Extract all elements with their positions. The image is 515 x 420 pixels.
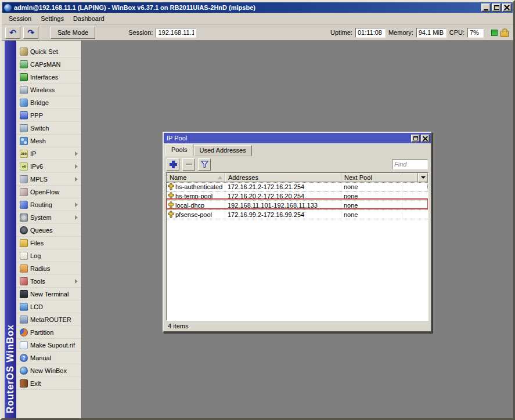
terminal-icon (20, 290, 28, 298)
chevron-down-icon (421, 176, 426, 179)
ip-pool-title: IP Pool (167, 135, 410, 142)
sidebar-item-label: OpenFlow (30, 189, 79, 195)
column-select-button[interactable] (418, 173, 428, 182)
ip-pool-maximize-button[interactable] (411, 135, 420, 142)
sidebar-item-system[interactable]: System (16, 211, 81, 224)
item-count-status: 4 items (164, 321, 431, 331)
sort-ascending-icon (218, 176, 222, 179)
column-header-addresses[interactable]: Addresses (225, 173, 341, 182)
chevron-right-icon (75, 279, 78, 284)
sidebar-item-routing[interactable]: Routing (16, 198, 81, 211)
pool-addresses: 172.16.21.2-172.16.21.254 (225, 182, 341, 191)
exit-door-icon (20, 379, 28, 388)
filter-button[interactable] (198, 158, 211, 171)
sidebar-item-label: Queues (30, 227, 79, 234)
quick-set-icon (20, 48, 28, 56)
cpu-label: CPU: (449, 29, 464, 36)
sidebar-item-bridge[interactable]: Bridge (16, 96, 81, 109)
sidebar-item-new-terminal[interactable]: New Terminal (16, 288, 81, 300)
menubar: Session Settings Dashboard (2, 13, 513, 25)
sidebar-item-openflow[interactable]: OpenFlow (16, 186, 81, 198)
sidebar-item-label: Radius (30, 265, 79, 272)
sidebar-item-ppp[interactable]: PPP (16, 109, 81, 122)
add-pool-button[interactable] (167, 158, 179, 171)
main-area: RouterOS WinBox Quick Set CAPsMAN Interf… (2, 41, 513, 418)
close-icon (423, 136, 428, 141)
routing-icon (20, 201, 28, 209)
find-input[interactable] (392, 160, 428, 169)
sidebar-item-wireless[interactable]: Wireless (16, 84, 81, 96)
sidebar-item-files[interactable]: Files (16, 237, 81, 249)
sidebar-item-label: Manual (30, 354, 79, 361)
chevron-right-icon (75, 202, 78, 207)
sidebar-item-capsman[interactable]: CAPsMAN (16, 58, 81, 71)
sidebar-item-label: MPLS (30, 176, 73, 183)
tab-pools[interactable]: Pools (165, 144, 193, 156)
sidebar-item-log[interactable]: Log (16, 249, 81, 262)
filler-cell (402, 191, 428, 200)
safe-mode-button[interactable]: Safe Mode (51, 27, 95, 39)
openflow-icon (20, 188, 28, 196)
ip-pool-titlebar[interactable]: IP Pool (164, 133, 431, 143)
log-icon (20, 252, 28, 260)
tools-icon (20, 277, 28, 285)
sidebar-item-lcd[interactable]: LCD (16, 300, 81, 313)
table-header: Name Addresses Next Pool (167, 173, 428, 182)
sidebar-item-interfaces[interactable]: Interfaces (16, 71, 81, 84)
menu-session[interactable]: Session (4, 14, 36, 23)
filler-cell (402, 210, 428, 219)
sidebar-item-label: IPv6 (30, 163, 73, 170)
sidebar-item-label: Quick Set (30, 48, 79, 55)
ip-pool-close-button[interactable] (421, 135, 430, 142)
menu-settings[interactable]: Settings (36, 14, 69, 23)
pool-next-pool: none (341, 182, 402, 191)
sidebar-item-switch[interactable]: Switch (16, 122, 81, 135)
close-button[interactable] (502, 3, 512, 12)
tab-used-addresses[interactable]: Used Addresses (194, 145, 252, 156)
sidebar-item-ip[interactable]: 255IP (16, 147, 81, 160)
table-row-highlighted[interactable]: local-dhcp 192.168.11.101-192.168.11.133… (167, 201, 428, 210)
sidebar-item-label: Make Supout.rif (30, 342, 79, 349)
sidebar-item-exit[interactable]: Exit (16, 377, 81, 390)
table-row[interactable]: pfsense-pool 172.16.99.2-172.16.99.254 n… (167, 210, 428, 219)
column-header-next-pool[interactable]: Next Pool (341, 173, 402, 182)
lcd-icon (20, 303, 28, 311)
radius-icon (20, 265, 28, 273)
sidebar-item-mpls[interactable]: MPLS (16, 173, 81, 186)
redo-button[interactable]: ↷ (23, 27, 38, 39)
sidebar-item-mesh[interactable]: Mesh (16, 135, 81, 147)
minimize-button[interactable] (481, 3, 491, 12)
sidebar-item-tools[interactable]: Tools (16, 275, 81, 288)
table-row[interactable]: hs-authenticated 172.16.21.2-172.16.21.2… (167, 182, 428, 191)
mesh-icon (20, 137, 28, 145)
partition-pie-icon (20, 328, 28, 336)
metarouter-icon (20, 316, 28, 324)
sidebar-item-label: MetaROUTER (30, 316, 79, 323)
sidebar-item-make-supout[interactable]: Make Supout.rif (16, 339, 81, 352)
sidebar-item-radius[interactable]: Radius (16, 262, 81, 275)
undo-button[interactable]: ↶ (5, 27, 20, 39)
menu-dashboard[interactable]: Dashboard (69, 14, 109, 23)
window-controls (481, 3, 512, 12)
sidebar-item-metarouter[interactable]: MetaROUTER (16, 313, 81, 326)
ppp-icon (20, 111, 28, 120)
remove-pool-button[interactable] (182, 158, 195, 171)
sidebar-item-new-winbox[interactable]: New WinBox (16, 364, 81, 377)
maximize-icon (413, 136, 418, 140)
session-input[interactable] (156, 28, 196, 38)
sidebar-item-queues[interactable]: Queues (16, 224, 81, 237)
sidebar-item-quick-set[interactable]: Quick Set (16, 45, 81, 58)
titlebar: admin@192.168.11.1 (LAPING) - WinBox v6.… (2, 2, 513, 13)
sidebar-item-partition[interactable]: Partition (16, 326, 81, 339)
maximize-button[interactable] (492, 3, 501, 12)
uptime-label: Uptime: (330, 29, 352, 36)
sidebar-item-manual[interactable]: ?Manual (16, 352, 81, 364)
ipv6-icon: v6 (20, 162, 28, 171)
column-header-name[interactable]: Name (167, 173, 225, 182)
desktop-area: IP Pool Pools Used Addresses (81, 41, 513, 418)
chevron-right-icon (75, 151, 78, 156)
table-row[interactable]: hs-temp-pool 172.16.20.2-172.16.20.254 n… (167, 191, 428, 201)
sidebar-item-label: Switch (30, 125, 79, 132)
ip-pool-tabs: Pools Used Addresses (164, 143, 431, 156)
sidebar-item-ipv6[interactable]: v6IPv6 (16, 160, 81, 173)
